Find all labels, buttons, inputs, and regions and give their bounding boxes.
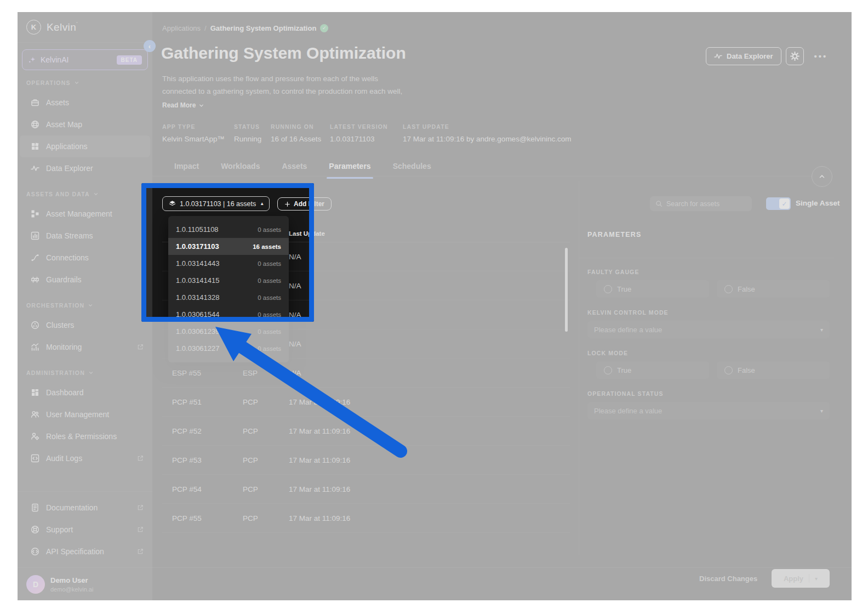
meta-value: 17 Mar at 11:09:16 by andre.gomes@kelvin… (403, 135, 572, 143)
external-link-icon (137, 455, 144, 462)
user-profile[interactable]: D Demo User demo@kelvin.ai (18, 567, 152, 600)
radio-lock-mode-false[interactable]: False (717, 361, 830, 379)
sidebar-item-applications[interactable]: Applications (20, 135, 150, 157)
table-row[interactable]: PCP #55PCP17 Mar at 11:09:16 (162, 504, 570, 533)
sidebar-item-data-explorer[interactable]: Data Explorer (20, 157, 150, 179)
clusters-icon (31, 321, 39, 329)
search-input[interactable]: Search for assets (650, 196, 752, 211)
sidebar-item-label: Monitoring (46, 343, 82, 351)
sidebar-collapse-button[interactable]: ‹ (144, 40, 156, 52)
tab-impact[interactable]: Impact (174, 162, 199, 176)
sidebar-item-label: Data Streams (46, 231, 93, 240)
sidebar-item-connections[interactable]: Connections (20, 247, 150, 269)
version-option-1-0-03061239[interactable]: 1.0.030612390 assets (168, 323, 289, 340)
sidebar-item-user-management[interactable]: User Management (20, 403, 150, 425)
version-option-1-0-03141415[interactable]: 1.0.031414150 assets (168, 272, 289, 289)
sidebar-section-operations[interactable]: OPERATIONS (26, 79, 144, 87)
guardrails-icon (31, 275, 39, 284)
sidebar-item-support[interactable]: Support (20, 519, 150, 541)
plus-icon (284, 201, 290, 207)
read-more-button[interactable]: Read More (162, 101, 204, 109)
table-row[interactable]: PCP #53PCP17 Mar at 11:09:16 (162, 446, 570, 475)
layers-icon (169, 200, 176, 207)
asset-name-cell: ESP #55 (172, 369, 243, 377)
sidebar-item-assets[interactable]: Assets (20, 92, 150, 113)
sidebar-item-roles-permissions[interactable]: Roles & Permissions (20, 425, 150, 447)
tab-assets[interactable]: Assets (282, 162, 307, 176)
single-asset-label: Single Asset (796, 199, 840, 207)
version-option-1-0-03061227[interactable]: 1.0.030612270 assets (168, 340, 289, 357)
meta-value: Kelvin SmartApp™ (162, 135, 225, 143)
add-filter-button[interactable]: Add Filter (277, 197, 332, 211)
chevron-down-icon (198, 103, 204, 109)
table-row[interactable]: PCP #54PCP17 Mar at 11:09:16 (162, 475, 570, 504)
sidebar-item-audit-logs[interactable]: Audit Logs (20, 447, 150, 469)
apply-separator (809, 574, 809, 583)
single-asset-toggle[interactable]: ✓ (766, 197, 791, 210)
sidebar-section-assets-and-data[interactable]: ASSETS AND DATA (26, 190, 144, 198)
asset-count-label: 0 assets (258, 328, 281, 335)
select-kelvin-control-mode[interactable]: Please define a value▾ (587, 321, 830, 338)
sidebar-item-data-streams[interactable]: Data Streams (20, 225, 150, 247)
logo: K Kelvin˚ (18, 12, 152, 43)
table-row[interactable]: PCP #52PCP17 Mar at 11:09:16 (162, 417, 570, 446)
sidebar-item-clusters[interactable]: Clusters (20, 314, 150, 336)
documentation-icon (31, 503, 39, 512)
sidebar-item-guardrails[interactable]: Guardrails (20, 269, 150, 291)
radio-faulty-gauge-false[interactable]: False (717, 280, 830, 298)
footer-divider (152, 567, 852, 568)
table-row[interactable]: ESP #55ESPN/A (162, 359, 570, 388)
table-scrollbar[interactable] (565, 248, 568, 332)
asset-map-icon (31, 120, 39, 129)
discard-changes-button[interactable]: Discard Changes (699, 575, 757, 583)
version-option-1-0-03141443[interactable]: 1.0.031414430 assets (168, 255, 289, 272)
sidebar-item-dashboard[interactable]: Dashboard (20, 382, 150, 403)
sidebar-item-label: Documentation (46, 503, 98, 512)
sidebar-item-asset-map[interactable]: Asset Map (20, 113, 150, 135)
sidebar-item-kelvinai[interactable]: KelvinAI BETA (22, 49, 148, 70)
external-link-icon (137, 344, 144, 350)
breadcrumb-applications[interactable]: Applications (162, 24, 201, 32)
sidebar-item-label: Clusters (46, 321, 74, 329)
version-option-1-0-03061544[interactable]: 1.0.030615440 assets (168, 306, 289, 323)
tab-workloads[interactable]: Workloads (221, 162, 260, 176)
version-label: 1.0.03061239 (176, 327, 220, 336)
sidebar-item-label: Guardrails (46, 275, 82, 284)
roles-permissions-icon (31, 432, 39, 441)
sidebar-item-documentation[interactable]: Documentation (20, 497, 150, 519)
apply-button[interactable]: Apply▾ (772, 569, 830, 588)
asset-management-icon (31, 209, 39, 218)
table-row[interactable]: PCP #51PCP17 Mar at 11:09:16 (162, 388, 570, 417)
sidebar-item-monitoring[interactable]: Monitoring (20, 336, 150, 358)
asset-count-label: 0 assets (258, 311, 281, 318)
sidebar-item-asset-management[interactable]: Asset Management (20, 203, 150, 225)
settings-button[interactable] (786, 47, 804, 65)
data-streams-icon (31, 231, 39, 240)
meta-last-update: LAST UPDATE17 Mar at 11:09:16 by andre.g… (403, 123, 572, 143)
sidebar-section-administration[interactable]: ADMINISTRATION (26, 369, 144, 377)
data-explorer-button[interactable]: Data Explorer (706, 47, 781, 65)
sidebar-item-api-specification[interactable]: API Specification (20, 541, 150, 562)
radio-lock-mode-true[interactable]: True (596, 361, 709, 379)
collapse-header-button[interactable] (812, 166, 832, 187)
sidebar-section-orchestration[interactable]: ORCHESTRATION (26, 302, 144, 309)
version-selector-button[interactable]: 1.0.03171103 | 16 assets ▲ (162, 196, 270, 211)
beta-badge: BETA (117, 55, 142, 65)
radio-faulty-gauge-true[interactable]: True (596, 280, 709, 298)
param-field-lock-mode: LOCK MODETrueFalse (587, 350, 830, 379)
more-options-button[interactable]: ••• (810, 47, 832, 65)
last-update-cell: N/A (289, 340, 570, 348)
sidebar-item-label: Dashboard (46, 388, 84, 397)
version-label: 1.0.03061227 (176, 344, 220, 353)
tab-schedules[interactable]: Schedules (393, 162, 431, 176)
last-update-cell: 17 Mar at 11:09:16 (289, 514, 570, 522)
version-option-1-0-11051108[interactable]: 1.0.110511080 assets (168, 221, 289, 238)
version-option-1-0-03141328[interactable]: 1.0.031413280 assets (168, 289, 289, 306)
tab-parameters[interactable]: Parameters (329, 162, 370, 176)
select-operational-status[interactable]: Please define a value▾ (587, 402, 830, 419)
radio-option-label: False (738, 366, 755, 374)
version-option-1-0-03171103[interactable]: 1.0.0317110316 assets (168, 238, 289, 255)
breadcrumb-current: Gathering System Optimization (210, 24, 317, 32)
breadcrumb: Applications / Gathering System Optimiza… (162, 23, 328, 33)
asset-name-cell: PCP #55 (172, 514, 243, 522)
